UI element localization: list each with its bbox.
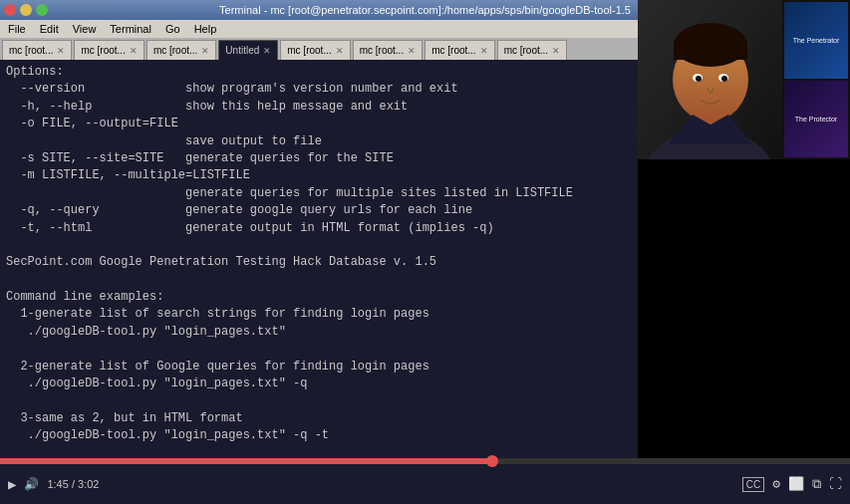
tab-close-5[interactable]: ✕ <box>408 46 416 56</box>
term-line-7: generate queries for multiple sites list… <box>6 185 632 202</box>
tab-label-1: mc [root... <box>81 45 125 56</box>
cc-button[interactable]: CC <box>742 477 764 492</box>
tab-7[interactable]: mc [root... ✕ <box>497 40 567 60</box>
window-title: Terminal - mc [root@penetrator.secpoint.… <box>219 4 631 16</box>
term-line-16 <box>6 341 632 358</box>
tab-4[interactable]: mc [root... ✕ <box>280 40 350 60</box>
close-icon[interactable] <box>4 4 16 16</box>
term-line-14: 1-generate list of search strings for fi… <box>6 306 632 323</box>
menu-terminal[interactable]: Terminal <box>104 22 157 36</box>
term-line-10 <box>6 237 632 254</box>
term-line-17: 2-generate list of Google queries for fi… <box>6 359 632 376</box>
video-overlay: The Penetrator The Protector <box>638 0 850 159</box>
tab-close-7[interactable]: ✕ <box>552 46 560 56</box>
book-cover-0: The Penetrator <box>784 2 848 79</box>
svg-point-9 <box>721 76 727 82</box>
tab-label-0: mc [root... <box>9 45 53 56</box>
svg-point-8 <box>696 76 702 82</box>
pip-icon[interactable]: ⧉ <box>812 477 821 492</box>
term-line-9: -t, --html generate output in HTML forma… <box>6 220 632 237</box>
control-bar: ▶ 🔊 1:45 / 3:02 CC ⚙ ⬜ ⧉ ⛶ <box>0 458 850 504</box>
menu-edit[interactable]: Edit <box>34 22 65 36</box>
term-line-18: ./googleDB-tool.py "login_pages.txt" -q <box>6 376 632 392</box>
term-line-2: -h, --help show this help message and ex… <box>6 99 632 116</box>
controls-right: CC ⚙ ⬜ ⧉ ⛶ <box>742 476 842 492</box>
term-line-1: --version show program's version number … <box>6 81 632 98</box>
menu-view[interactable]: View <box>67 22 103 36</box>
tab-1[interactable]: mc [root... ✕ <box>74 40 143 60</box>
play-button[interactable]: ▶ <box>8 476 16 493</box>
settings-icon[interactable]: ⚙ <box>772 476 780 492</box>
term-line-15: ./googleDB-tool.py "login_pages.txt" <box>6 324 632 341</box>
tab-label-4: mc [root... <box>287 45 331 56</box>
term-line-6: -m LISTFILE, --multiple=LISTFILE <box>6 167 632 184</box>
tab-3[interactable]: Untitled ✕ <box>218 40 278 60</box>
tab-close-2[interactable]: ✕ <box>201 46 209 56</box>
term-line-5: -s SITE, --site=SITE generate queries fo… <box>6 150 632 167</box>
term-line-13: Command line examples: <box>6 289 632 306</box>
progress-bar[interactable] <box>0 458 850 464</box>
menu-go[interactable]: Go <box>159 22 186 36</box>
tab-label-7: mc [root... <box>504 45 548 56</box>
tab-close-6[interactable]: ✕ <box>480 46 488 56</box>
controls-row: ▶ 🔊 1:45 / 3:02 CC ⚙ ⬜ ⧉ ⛶ <box>0 464 850 504</box>
tab-5[interactable]: mc [root... ✕ <box>353 40 423 60</box>
tab-label-2: mc [root... <box>153 45 197 56</box>
tab-label-6: mc [root... <box>431 45 475 56</box>
maximize-icon[interactable] <box>36 4 48 16</box>
term-line-11: SecPoint.com Google Penetration Testing … <box>6 254 632 271</box>
fullscreen-button[interactable]: ⛶ <box>829 477 842 492</box>
book-cover-1: The Protector <box>784 81 848 157</box>
term-line-4: save output to file <box>6 133 632 150</box>
progress-fill <box>0 458 493 464</box>
tab-6[interactable]: mc [root... ✕ <box>425 40 494 60</box>
tab-close-4[interactable]: ✕ <box>336 46 344 56</box>
tab-close-1[interactable]: ✕ <box>130 46 138 56</box>
term-line-0: Options: <box>6 64 632 81</box>
time-display: 1:45 / 3:02 <box>47 478 99 490</box>
svg-rect-5 <box>674 45 747 60</box>
tab-label-5: mc [root... <box>360 45 404 56</box>
tab-label-3: Untitled <box>225 45 259 56</box>
term-line-19 <box>6 392 632 409</box>
terminal-area: Options: --version show program's versio… <box>0 60 638 498</box>
tab-close-3[interactable]: ✕ <box>263 46 271 56</box>
term-line-20: 3-same as 2, but in HTML format <box>6 410 632 427</box>
progress-dot <box>486 455 498 467</box>
tab-2[interactable]: mc [root... ✕ <box>146 40 216 60</box>
volume-icon[interactable]: 🔊 <box>24 477 39 492</box>
tab-0[interactable]: mc [root... ✕ <box>2 40 72 60</box>
term-line-3: -o FILE, --output=FILE <box>6 116 632 132</box>
theater-icon[interactable]: ⬜ <box>788 476 804 492</box>
term-line-8: -q, --query generate google query urls f… <box>6 202 632 219</box>
menu-help[interactable]: Help <box>188 22 223 36</box>
tab-close-0[interactable]: ✕ <box>57 46 65 56</box>
term-line-12 <box>6 272 632 289</box>
minimize-icon[interactable] <box>20 4 32 16</box>
term-line-21: ./googleDB-tool.py "login_pages.txt" -q … <box>6 427 632 444</box>
title-bar-icons <box>4 4 48 16</box>
menu-file[interactable]: File <box>2 22 32 36</box>
